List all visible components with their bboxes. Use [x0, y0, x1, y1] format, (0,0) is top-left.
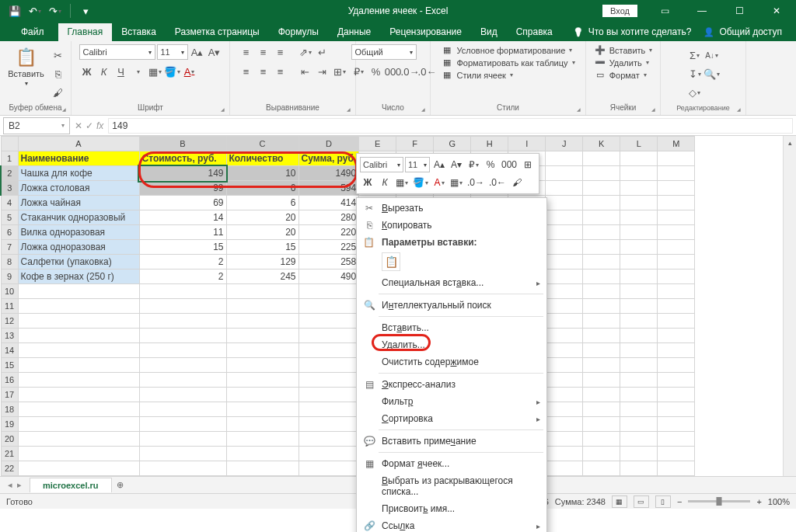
cell[interactable]: [546, 314, 583, 329]
cell[interactable]: [658, 388, 695, 402]
align-left-icon[interactable]: ≡: [239, 64, 254, 79]
cell[interactable]: [620, 240, 658, 255]
redo-icon[interactable]: ↷: [47, 2, 64, 19]
zoom-in-button[interactable]: +: [756, 497, 761, 506]
align-top-icon[interactable]: ≡: [239, 44, 254, 60]
mini-increase-font-icon[interactable]: A▴: [431, 157, 447, 172]
cell[interactable]: [139, 358, 226, 373]
cell[interactable]: [658, 417, 695, 432]
cell[interactable]: [546, 417, 583, 432]
column-header[interactable]: C: [226, 137, 298, 151]
tab-layout[interactable]: Разметка страницы: [166, 23, 269, 41]
row-header[interactable]: 17: [1, 388, 18, 402]
cell[interactable]: [18, 343, 139, 358]
column-header[interactable]: J: [546, 137, 583, 151]
cell[interactable]: [139, 402, 226, 417]
cell[interactable]: [226, 284, 298, 299]
row-header[interactable]: 19: [1, 417, 18, 432]
zoom-level[interactable]: 100%: [768, 497, 790, 506]
cell[interactable]: [583, 255, 620, 269]
cell[interactable]: [658, 329, 695, 343]
cell[interactable]: [583, 402, 620, 417]
row-header[interactable]: 14: [1, 343, 18, 358]
cell[interactable]: [546, 255, 583, 269]
tab-review[interactable]: Рецензирование: [380, 23, 471, 41]
name-box[interactable]: B2▾: [3, 117, 70, 134]
format-as-table-button[interactable]: ▦Форматировать как таблицу: [438, 57, 578, 68]
cell[interactable]: [620, 373, 658, 388]
ctx-smart-lookup[interactable]: 🔍Интеллектуальный поиск: [357, 297, 546, 314]
cell[interactable]: [18, 284, 139, 299]
copy-icon[interactable]: ⎘: [51, 66, 66, 82]
cell[interactable]: [658, 255, 695, 269]
vertical-scrollbar[interactable]: ▴: [783, 136, 796, 476]
autosum-icon[interactable]: Σ: [687, 47, 703, 63]
row-header[interactable]: 8: [1, 255, 18, 269]
cell[interactable]: Стоимость, руб.: [139, 151, 226, 166]
cell[interactable]: [620, 402, 658, 417]
cell[interactable]: [620, 166, 658, 181]
cell[interactable]: [583, 358, 620, 373]
cell[interactable]: Ложка одноразовая: [18, 240, 139, 255]
cell[interactable]: 490: [298, 269, 359, 284]
cell[interactable]: [226, 329, 298, 343]
ctx-delete[interactable]: Удалить...: [357, 336, 546, 353]
cell[interactable]: [546, 284, 583, 299]
cell[interactable]: [583, 196, 620, 210]
cell[interactable]: [620, 432, 658, 447]
ctx-format-cells[interactable]: ▦Формат ячеек...: [357, 455, 546, 472]
currency-icon[interactable]: ₽: [351, 64, 367, 79]
cell[interactable]: [18, 432, 139, 447]
cell[interactable]: Чашка для кофе: [18, 166, 139, 181]
cell[interactable]: [546, 402, 583, 417]
cell[interactable]: Ложка столовая: [18, 181, 139, 196]
cell[interactable]: [583, 447, 620, 461]
tab-view[interactable]: Вид: [471, 23, 507, 41]
fx-icon[interactable]: fx: [96, 120, 103, 131]
cell[interactable]: [226, 388, 298, 402]
cell[interactable]: [583, 225, 620, 240]
merge-button[interactable]: ⊞: [332, 64, 347, 79]
cancel-icon[interactable]: ✕: [75, 120, 82, 131]
cell[interactable]: [18, 373, 139, 388]
cell[interactable]: [620, 358, 658, 373]
mini-format-painter-icon[interactable]: 🖌: [509, 175, 525, 190]
mini-percent-icon[interactable]: %: [483, 157, 498, 172]
cell[interactable]: [226, 417, 298, 432]
ctx-clear[interactable]: Очистить содержимое: [357, 353, 546, 370]
cell[interactable]: [620, 299, 658, 314]
ctx-quick-analysis[interactable]: ▤Экспресс-анализ: [357, 376, 546, 393]
cell[interactable]: [658, 269, 695, 284]
cell[interactable]: [546, 240, 583, 255]
ctx-insert[interactable]: Вставить...: [357, 319, 546, 336]
delete-cells-button[interactable]: ➖Удалить: [591, 57, 652, 68]
cut-icon[interactable]: ✂: [51, 47, 66, 63]
cell[interactable]: [583, 343, 620, 358]
cell[interactable]: [658, 284, 695, 299]
cell[interactable]: [583, 284, 620, 299]
align-middle-icon[interactable]: ≡: [256, 44, 271, 60]
cell[interactable]: [583, 181, 620, 196]
close-button[interactable]: ✕: [759, 0, 794, 22]
cell[interactable]: [583, 461, 620, 476]
border-button[interactable]: ▦: [148, 64, 163, 79]
cell[interactable]: Наименование: [18, 151, 139, 166]
mini-font-select[interactable]: Calibri▾: [360, 157, 403, 172]
cell[interactable]: 258: [298, 255, 359, 269]
cell[interactable]: [226, 358, 298, 373]
cell[interactable]: [226, 447, 298, 461]
tab-nav-prev-icon[interactable]: ◂: [8, 480, 12, 490]
decrease-indent-icon[interactable]: ⇤: [298, 64, 313, 79]
row-header[interactable]: 18: [1, 402, 18, 417]
font-name-select[interactable]: Calibri▾: [79, 44, 155, 60]
fill-icon[interactable]: ↧: [687, 66, 703, 82]
tell-me-search[interactable]: Что вы хотите сделать?: [573, 26, 692, 41]
tab-insert[interactable]: Вставка: [112, 23, 166, 41]
cell[interactable]: [620, 417, 658, 432]
cell[interactable]: 6: [226, 196, 298, 210]
cell[interactable]: [583, 299, 620, 314]
cell[interactable]: [658, 314, 695, 329]
cell[interactable]: [18, 329, 139, 343]
cell[interactable]: Кофе в зернах (250 г): [18, 269, 139, 284]
cell[interactable]: [18, 447, 139, 461]
